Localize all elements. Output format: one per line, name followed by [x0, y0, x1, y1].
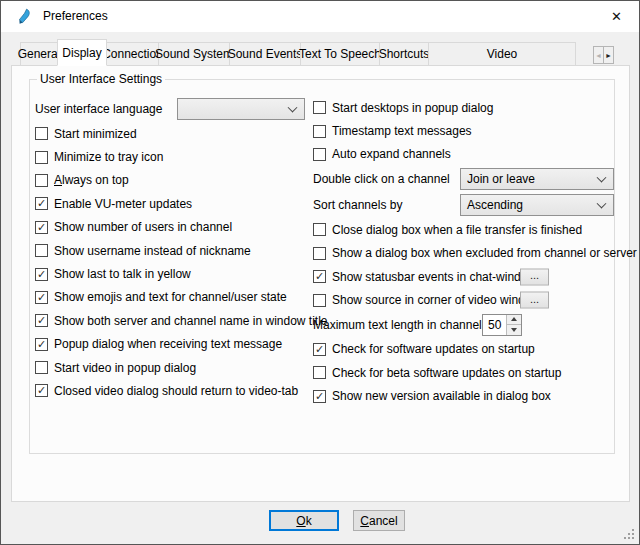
checkbox-row: ✓ Popup dialog when receiving text messa… — [35, 333, 310, 356]
sort-channels-select[interactable]: Ascending — [460, 194, 614, 216]
max-text-length-spinner[interactable]: 50 — [482, 314, 522, 336]
checkbox-label[interactable]: Minimize to tray icon — [54, 150, 163, 164]
cancel-button[interactable]: Cancel — [353, 510, 405, 531]
check-icon: ✓ — [37, 268, 46, 279]
checkbox-row: ✓ Show new version available in dialog b… — [313, 385, 638, 408]
chevron-down-icon — [597, 199, 607, 209]
right-settings-column: Start desktops in popup dialog Timestamp… — [313, 96, 638, 408]
desktops-popup-checkbox[interactable] — [313, 101, 326, 114]
timestamp-messages-checkbox[interactable] — [313, 125, 326, 138]
checkbox-row: Start desktops in popup dialog — [313, 96, 638, 119]
language-select[interactable] — [177, 98, 305, 120]
tab-label: Shortcuts — [379, 47, 430, 61]
checkbox-label[interactable]: Popup dialog when receiving text message — [54, 337, 282, 351]
new-version-dialog-checkbox[interactable]: ✓ — [313, 390, 326, 403]
user-count-checkbox[interactable]: ✓ — [35, 221, 48, 234]
checkbox-row: Show username instead of nickname — [35, 239, 310, 262]
tab-shortcuts[interactable]: Shortcuts — [379, 42, 429, 66]
double-click-select[interactable]: Join or leave — [460, 168, 614, 190]
checkbox-label[interactable]: Show emojis and text for channel/user st… — [54, 290, 287, 304]
spin-down-icon — [511, 328, 517, 332]
excluded-dialog-checkbox[interactable] — [313, 247, 326, 260]
checkbox-label[interactable]: Always on top — [54, 173, 129, 187]
teamtalk-app-icon — [16, 8, 33, 25]
tab-connection[interactable]: Connection — [106, 42, 159, 66]
language-row: User interface language — [35, 96, 310, 122]
video-popup-checkbox[interactable] — [35, 361, 48, 374]
checkbox-row: ✓ Closed video dialog should return to v… — [35, 379, 310, 402]
checkbox-label[interactable]: Show username instead of nickname — [54, 244, 251, 258]
checkbox-row: ✓ Enable VU-meter updates — [35, 192, 310, 215]
tab-general[interactable]: General — [20, 42, 58, 66]
checkbox-label[interactable]: Enable VU-meter updates — [54, 197, 192, 211]
checkbox-label[interactable]: Show a dialog box when excluded from cha… — [332, 246, 637, 260]
spin-up-button[interactable] — [507, 315, 521, 326]
resize-grip-dots — [624, 529, 626, 531]
tab-video[interactable]: Video — [428, 42, 576, 66]
checkbox-label[interactable]: Timestamp text messages — [332, 124, 472, 138]
arrow-left-icon: ◄ — [595, 52, 602, 59]
check-icon: ✓ — [37, 338, 46, 349]
ok-button[interactable]: Ok — [269, 510, 339, 531]
close-button[interactable]: ✕ — [594, 1, 639, 31]
check-icon: ✓ — [315, 343, 324, 354]
tab-display[interactable]: Display — [57, 39, 107, 66]
checkbox-label[interactable]: Start video in popup dialog — [54, 361, 196, 375]
checkbox-label[interactable]: Closed video dialog should return to vid… — [54, 384, 298, 398]
check-beta-updates-checkbox[interactable] — [313, 366, 326, 379]
popup-text-message-checkbox[interactable]: ✓ — [35, 338, 48, 351]
username-instead-nickname-checkbox[interactable] — [35, 244, 48, 257]
window-title: Preferences — [43, 1, 108, 32]
always-on-top-checkbox[interactable] — [35, 174, 48, 187]
checkbox-label[interactable]: Start desktops in popup dialog — [332, 101, 493, 115]
statusbar-events-checkbox[interactable]: ✓ — [313, 270, 326, 283]
tab-scroll-right-button[interactable]: ► — [603, 46, 614, 64]
emojis-text-state-checkbox[interactable]: ✓ — [35, 291, 48, 304]
max-text-length-value[interactable]: 50 — [483, 315, 506, 335]
tab-text-to-speech[interactable]: Text To Speech — [300, 42, 380, 66]
minimize-to-tray-checkbox[interactable] — [35, 151, 48, 164]
checkbox-row: Auto expand channels — [313, 143, 638, 166]
checkbox-label[interactable]: Close dialog box when a file transfer is… — [332, 223, 582, 237]
checkbox-label[interactable]: Auto expand channels — [332, 147, 451, 161]
server-channel-title-checkbox[interactable]: ✓ — [35, 314, 48, 327]
check-icon: ✓ — [37, 291, 46, 302]
closed-video-return-checkbox[interactable]: ✓ — [35, 384, 48, 397]
check-updates-checkbox[interactable]: ✓ — [313, 343, 326, 356]
checkbox-label[interactable]: Show both server and channel name in win… — [54, 314, 328, 328]
auto-expand-channels-checkbox[interactable] — [313, 148, 326, 161]
check-icon: ✓ — [315, 271, 324, 282]
checkbox-row: ✓ Show statusbar events in chat-window .… — [313, 265, 638, 288]
checkbox-label[interactable]: Show source in corner of video window — [332, 293, 540, 307]
vu-meter-checkbox[interactable]: ✓ — [35, 197, 48, 210]
tab-scroll-buttons: ◄ ► — [594, 46, 614, 64]
resize-grip[interactable] — [624, 529, 635, 540]
checkbox-label[interactable]: Show last to talk in yellow — [54, 267, 191, 281]
checkbox-label[interactable]: Start minimized — [54, 127, 137, 141]
titlebar[interactable]: Preferences ✕ — [1, 1, 639, 32]
spin-down-button[interactable] — [507, 325, 521, 335]
statusbar-events-more-button[interactable]: ... — [520, 268, 549, 285]
close-on-transfer-finished-checkbox[interactable] — [313, 223, 326, 236]
checkbox-label[interactable]: Show statusbar events in chat-window — [332, 270, 536, 284]
checkbox-label[interactable]: Check for software updates on startup — [332, 342, 535, 356]
checkbox-row: Check for beta software updates on start… — [313, 361, 638, 384]
last-talk-yellow-checkbox[interactable]: ✓ — [35, 268, 48, 281]
start-minimized-checkbox[interactable] — [35, 127, 48, 140]
double-click-value: Join or leave — [467, 172, 535, 186]
checkbox-row: Minimize to tray icon — [35, 145, 310, 168]
checkbox-label[interactable]: Show new version available in dialog box — [332, 389, 551, 403]
video-source-more-button[interactable]: ... — [520, 292, 549, 309]
tab-sound-system[interactable]: Sound System — [158, 42, 230, 66]
video-source-corner-checkbox[interactable] — [313, 294, 326, 307]
sort-channels-label: Sort channels by — [313, 198, 402, 212]
check-icon: ✓ — [37, 221, 46, 232]
chevron-down-icon — [288, 103, 298, 113]
checkbox-label[interactable]: Check for beta software updates on start… — [332, 366, 561, 380]
tab-sound-events[interactable]: Sound Events — [229, 42, 301, 66]
chevron-down-icon — [597, 173, 607, 183]
checkbox-label[interactable]: Show number of users in channel — [54, 220, 232, 234]
checkbox-row: ✓ Show last to talk in yellow — [35, 262, 310, 285]
tab-label: Video — [487, 47, 517, 61]
tab-label: Text To Speech — [299, 47, 381, 61]
